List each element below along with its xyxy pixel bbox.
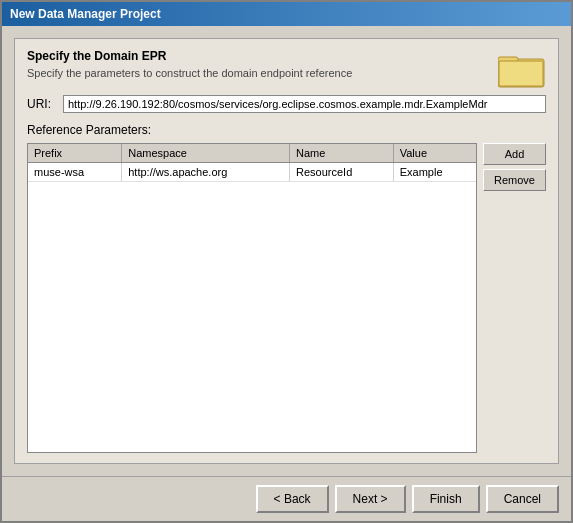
col-name: Name [290, 144, 394, 163]
folder-icon [498, 49, 546, 89]
dialog: New Data Manager Project Specify the Dom… [0, 0, 573, 523]
svg-rect-2 [499, 61, 543, 86]
remove-button[interactable]: Remove [483, 169, 546, 191]
section-title: Specify the Domain EPR [27, 49, 352, 63]
col-namespace: Namespace [122, 144, 290, 163]
table-body: muse-wsa http://ws.apache.org ResourceId… [28, 163, 476, 182]
table-container: Prefix Namespace Name Value muse-wsa htt… [27, 143, 477, 453]
footer: < Back Next > Finish Cancel [2, 476, 571, 521]
finish-button[interactable]: Finish [412, 485, 480, 513]
col-value: Value [393, 144, 476, 163]
section-panel: Specify the Domain EPR Specify the param… [14, 38, 559, 464]
table-section: Prefix Namespace Name Value muse-wsa htt… [27, 143, 546, 453]
ref-params-label: Reference Parameters: [27, 123, 546, 137]
section-desc: Specify the parameters to construct the … [27, 67, 352, 79]
dialog-title: New Data Manager Project [10, 7, 161, 21]
side-buttons: Add Remove [483, 143, 546, 453]
cancel-button[interactable]: Cancel [486, 485, 559, 513]
uri-row: URI: [27, 95, 546, 113]
title-bar: New Data Manager Project [2, 2, 571, 26]
add-button[interactable]: Add [483, 143, 546, 165]
section-header-row: Specify the Domain EPR Specify the param… [27, 49, 546, 89]
cell-prefix: muse-wsa [28, 163, 122, 182]
table-header: Prefix Namespace Name Value [28, 144, 476, 163]
params-table: Prefix Namespace Name Value muse-wsa htt… [28, 144, 476, 182]
section-header-text: Specify the Domain EPR Specify the param… [27, 49, 352, 89]
next-button[interactable]: Next > [335, 485, 406, 513]
uri-label: URI: [27, 97, 55, 111]
back-button[interactable]: < Back [256, 485, 329, 513]
cell-name: ResourceId [290, 163, 394, 182]
table-row[interactable]: muse-wsa http://ws.apache.org ResourceId… [28, 163, 476, 182]
cell-namespace: http://ws.apache.org [122, 163, 290, 182]
uri-input[interactable] [63, 95, 546, 113]
cell-value: Example [393, 163, 476, 182]
content-area: Specify the Domain EPR Specify the param… [2, 26, 571, 476]
col-prefix: Prefix [28, 144, 122, 163]
